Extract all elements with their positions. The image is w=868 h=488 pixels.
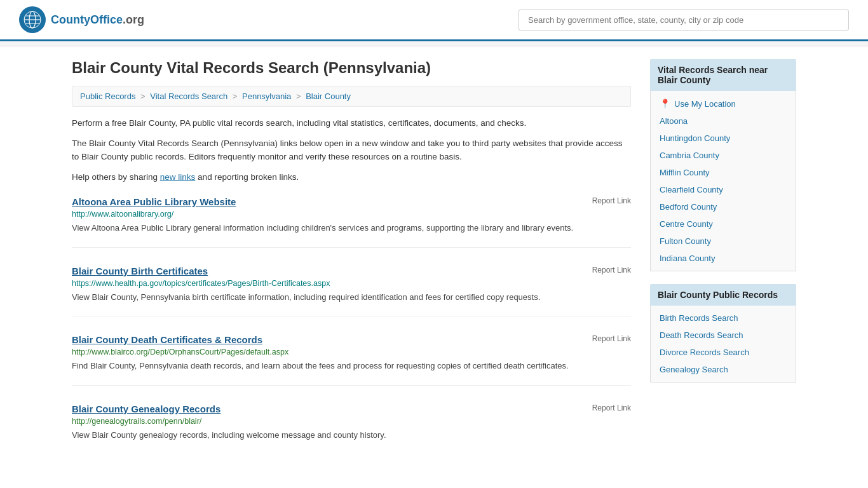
sidebar-public-records-link-3[interactable]: Genealogy Search (651, 361, 796, 378)
result-url-1: https://www.health.pa.gov/topics/certifi… (72, 279, 631, 288)
sidebar: Vital Records Search near Blair County 📍… (650, 59, 796, 471)
sidebar-nearby-link-7[interactable]: Fulton County (651, 233, 796, 250)
sidebar-nearby-link-5[interactable]: Bedford County (651, 198, 796, 215)
sidebar-public-records-link-2[interactable]: Divorce Records Search (651, 344, 796, 361)
sidebar-nearby-link-4[interactable]: Clearfield County (651, 181, 796, 198)
intro-p3-after: and reporting broken links. (195, 172, 299, 182)
sidebar-nearby-section: Vital Records Search near Blair County 📍… (650, 59, 796, 271)
sidebar-public-records-section: Blair County Public Records Birth Record… (650, 284, 796, 383)
intro-paragraph-2: The Blair County Vital Records Search (P… (72, 137, 631, 163)
location-icon: 📍 (660, 98, 670, 109)
logo-icon (19, 6, 46, 33)
sidebar-nearby-link-1[interactable]: Huntingdon County (651, 130, 796, 147)
search-input[interactable] (519, 10, 849, 30)
use-my-location-link[interactable]: 📍 Use My Location (651, 95, 796, 112)
report-link-2[interactable]: Report Link (592, 334, 631, 343)
result-url-0: http://www.altoonalibrary.org/ (72, 210, 631, 219)
sidebar-nearby-link-3[interactable]: Mifflin County (651, 164, 796, 181)
intro-paragraph-3: Help others by sharing new links and rep… (72, 171, 631, 184)
sidebar-nearby-title: Vital Records Search near Blair County (650, 59, 796, 91)
new-links-link[interactable]: new links (160, 172, 196, 182)
logo-tld: .org (123, 13, 144, 26)
sidebar-public-records-links: Birth Records SearchDeath Records Search… (650, 306, 796, 383)
header: CountyOffice.org (0, 0, 868, 41)
nearby-links-container: AltoonaHuntingdon CountyCambria CountyMi… (651, 112, 796, 267)
sidebar-nearby-link-2[interactable]: Cambria County (651, 147, 796, 164)
report-link-1[interactable]: Report Link (592, 266, 631, 274)
page-title: Blair County Vital Records Search (Penns… (72, 59, 631, 77)
result-link-0[interactable]: Altoona Area Public Library Website (72, 196, 236, 207)
top-bar-divider (0, 41, 868, 46)
result-title-1: Blair County Birth Certificates (72, 266, 208, 276)
result-title-3: Blair County Genealogy Records (72, 403, 220, 414)
public-records-links-container: Birth Records SearchDeath Records Search… (651, 309, 796, 378)
sidebar-nearby-link-0[interactable]: Altoona (651, 112, 796, 130)
breadcrumb-pennsylvania[interactable]: Pennsylvania (242, 92, 291, 101)
main-layout: Blair County Vital Records Search (Penns… (53, 46, 815, 484)
use-location-label: Use My Location (674, 99, 736, 109)
result-link-2[interactable]: Blair County Death Certificates & Record… (72, 334, 262, 345)
logo-brand: CountyOffice (51, 13, 123, 26)
logo-area: CountyOffice.org (19, 6, 144, 33)
result-header-2: Blair County Death Certificates & Record… (72, 334, 631, 345)
result-description-2: Find Blair County, Pennsylvania death re… (72, 360, 631, 372)
report-link-0[interactable]: Report Link (592, 196, 631, 205)
intro-p3-before: Help others by sharing (72, 172, 160, 182)
breadcrumb-blair-county[interactable]: Blair County (306, 92, 351, 101)
result-title-2: Blair County Death Certificates & Record… (72, 334, 262, 345)
result-url-2: http://www.blairco.org/Dept/OrphansCourt… (72, 348, 631, 356)
breadcrumb-vital-records[interactable]: Vital Records Search (150, 92, 227, 101)
result-link-3[interactable]: Blair County Genealogy Records (72, 403, 220, 414)
result-item: Blair County Birth Certificates Report L… (72, 266, 631, 317)
result-description-0: View Altoona Area Public Library general… (72, 222, 631, 234)
sidebar-public-records-title: Blair County Public Records (650, 284, 796, 306)
result-description-3: View Blair County genealogy records, inc… (72, 429, 631, 442)
sidebar-public-records-link-1[interactable]: Death Records Search (651, 327, 796, 344)
result-item: Blair County Death Certificates & Record… (72, 334, 631, 386)
breadcrumb-sep2: > (233, 92, 240, 101)
breadcrumb: Public Records > Vital Records Search > … (72, 86, 631, 107)
result-header-0: Altoona Area Public Library Website Repo… (72, 196, 631, 207)
breadcrumb-sep3: > (296, 92, 303, 101)
result-item: Blair County Genealogy Records Report Li… (72, 403, 631, 454)
result-item: Altoona Area Public Library Website Repo… (72, 196, 631, 248)
intro-paragraph-1: Perform a free Blair County, PA public v… (72, 117, 631, 130)
result-url-3: http://genealogytrails.com/penn/blair/ (72, 417, 631, 426)
sidebar-nearby-link-6[interactable]: Centre County (651, 215, 796, 233)
logo-text: CountyOffice.org (51, 13, 144, 27)
sidebar-public-records-link-0[interactable]: Birth Records Search (651, 309, 796, 327)
result-header-3: Blair County Genealogy Records Report Li… (72, 403, 631, 414)
results-list: Altoona Area Public Library Website Repo… (72, 196, 631, 454)
breadcrumb-sep1: > (140, 92, 147, 101)
sidebar-nearby-link-8[interactable]: Indiana County (651, 250, 796, 267)
result-description-1: View Blair County, Pennsylvania birth ce… (72, 291, 631, 304)
content-area: Blair County Vital Records Search (Penns… (72, 59, 631, 471)
report-link-3[interactable]: Report Link (592, 403, 631, 412)
result-link-1[interactable]: Blair County Birth Certificates (72, 266, 208, 276)
result-title-0: Altoona Area Public Library Website (72, 196, 236, 207)
sidebar-nearby-links: 📍 Use My Location AltoonaHuntingdon Coun… (650, 91, 796, 271)
breadcrumb-public-records[interactable]: Public Records (80, 92, 135, 101)
result-header-1: Blair County Birth Certificates Report L… (72, 266, 631, 276)
